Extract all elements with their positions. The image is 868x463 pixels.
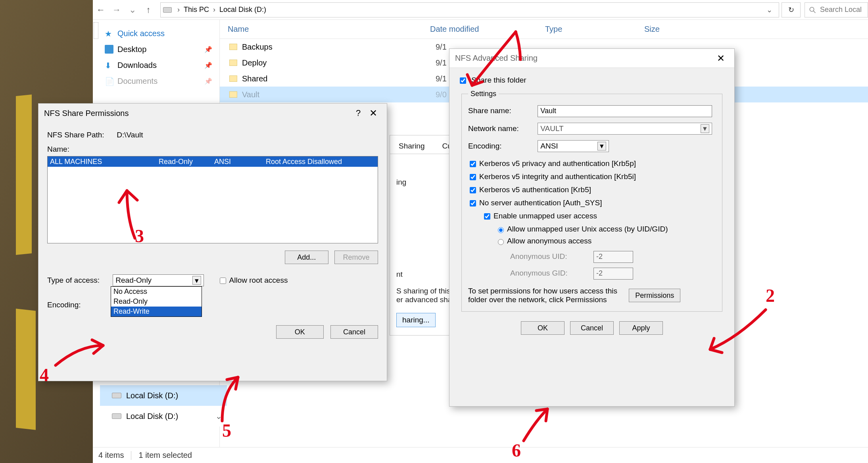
sidebar-item-label: Local Disk (D:) [126,391,178,400]
sidebar-drives: Local Disk (D:) Local Disk (D:) ⌄ [100,385,227,426]
cancel-button[interactable]: Cancel [570,321,614,335]
anon-gid-input [593,268,633,280]
network-name-select[interactable]: VAULT ▾ [538,123,712,135]
encoding-label: Encoding: [468,142,536,150]
sidebar-item-label: Desktop [117,45,146,54]
breadcrumb-segment[interactable]: Local Disk (D:) [218,6,268,14]
authsys-checkbox[interactable] [470,200,476,206]
svg-point-0 [810,7,814,12]
list-client-root: Root Access Disallowed [266,158,378,166]
unmapped-checkbox[interactable] [484,213,490,220]
sidebar-grip[interactable] [94,22,98,39]
authsys-label: No server authentication [Auth_SYS] [479,199,602,207]
krb5i-label: Kerberos v5 integrity and authentication… [479,172,636,181]
recent-locations-button[interactable]: ⌄ [125,5,140,15]
allow-root-checkbox[interactable] [220,278,226,284]
apply-button[interactable]: Apply [619,321,663,335]
search-icon [809,6,816,14]
cancel-button[interactable]: Cancel [330,325,378,339]
advanced-sharing-button[interactable]: haring... [396,313,436,327]
sidebar-item-drive[interactable]: Local Disk (D:) ⌄ [100,406,227,426]
share-name-input[interactable] [538,105,712,117]
encoding-value: ANSI [540,142,558,150]
up-button[interactable]: ↑ [140,5,156,15]
encoding-label: Encoding: [47,301,111,309]
share-path-value: D:\Vault [117,131,143,139]
anonymous-radio[interactable] [498,239,504,245]
add-button[interactable]: Add... [285,251,328,264]
nfs-advanced-sharing-dialog: NFS Advanced Sharing ✕ Share this folder… [449,48,735,407]
drive-icon [163,7,172,13]
sidebar-item-desktop[interactable]: Desktop 📌 [93,41,219,57]
close-icon[interactable]: ✕ [713,53,729,64]
pin-icon: 📌 [204,46,212,53]
file-name: Deploy [242,58,436,68]
column-header-date[interactable]: Date modified [430,25,545,34]
file-name: Backups [242,42,436,52]
address-bar[interactable]: › This PC › Local Disk (D:) ⌄ [160,2,779,17]
column-header-name[interactable]: Name [220,25,430,34]
dropdown-option[interactable]: Read-Write [111,307,202,316]
sidebar-item-quick-access[interactable]: ★ Quick access [93,25,219,41]
remove-button: Remove [334,251,378,264]
refresh-button[interactable]: ↻ [782,2,801,17]
back-button[interactable]: ← [93,5,109,15]
share-path-label: NFS Share Path: [47,131,115,139]
chevron-down-icon: ▾ [192,276,201,285]
anonymous-label: Allow anonymous access [507,237,591,245]
forward-button[interactable]: → [109,5,125,15]
drive-icon [112,393,121,398]
krb5i-checkbox[interactable] [470,174,476,180]
permissions-button[interactable]: Permissions [629,289,680,302]
type-of-access-dropdown[interactable]: No Access Read-Only Read-Write [111,286,202,317]
dialog-title: NFS Advanced Sharing [455,54,713,63]
dropdown-option[interactable]: No Access [111,287,202,297]
drive-icon [112,413,121,419]
pin-icon: 📌 [204,77,212,85]
unmapped-uid-label: Allow unmapped user Unix access (by UID/… [507,225,668,233]
share-this-folder-label: Share this folder [471,76,526,84]
ok-button[interactable]: OK [521,321,565,335]
list-row[interactable]: ALL MACHINES Read-Only ANSI Root Access … [48,156,378,167]
sidebar-item-documents[interactable]: 📄 Documents 📌 [93,73,219,89]
chevron-down-icon: ▾ [597,142,606,150]
chevron-down-icon[interactable]: ⌄ [215,411,222,421]
explorer-toolbar: ← → ⌄ ↑ › This PC › Local Disk (D:) ⌄ ↻ … [93,0,868,20]
tab-sharing[interactable]: Sharing [390,139,434,154]
file-name: Vault [242,90,436,99]
krb5-checkbox[interactable] [470,187,476,193]
folder-icon [229,75,237,82]
sidebar-item-label: Documents [117,77,157,86]
chevron-right-icon[interactable]: › [175,6,182,14]
close-icon[interactable]: ✕ [365,108,381,119]
column-header-type[interactable]: Type [545,25,644,34]
ok-button[interactable]: OK [276,325,324,339]
help-icon[interactable]: ? [351,108,365,118]
chevron-right-icon[interactable]: › [211,6,218,14]
sidebar-item-drive[interactable]: Local Disk (D:) [100,385,227,406]
encoding-select[interactable]: ANSI ▾ [538,140,609,152]
download-icon: ⬇ [105,61,113,69]
unmapped-label: Enable unmapped user access [494,212,597,220]
krb5p-checkbox[interactable] [470,161,476,167]
type-of-access-combo[interactable]: Read-Only ▾ [113,274,204,286]
krb5-label: Kerberos v5 authentication [Krb5] [479,185,591,194]
status-item-count: 4 items [98,451,124,460]
folder-icon [229,44,237,50]
svg-line-1 [813,11,815,13]
dropdown-option[interactable]: Read-Only [111,297,202,307]
sidebar-item-downloads[interactable]: ⬇ Downloads 📌 [93,57,219,73]
clients-list[interactable]: ALL MACHINES Read-Only ANSI Root Access … [47,156,378,243]
search-box[interactable]: Search Local [805,2,868,17]
breadcrumb-segment[interactable]: This PC [182,6,211,14]
dialog-title: NFS Share Permissions [44,109,351,118]
share-this-folder-checkbox[interactable] [460,77,466,84]
pin-icon: 📌 [204,62,212,69]
nfs-share-permissions-dialog: NFS Share Permissions ? ✕ NFS Share Path… [38,103,387,381]
list-client-encoding: ANSI [214,158,266,166]
unmapped-uid-radio[interactable] [498,227,504,233]
column-header-size[interactable]: Size [644,25,724,34]
address-dropdown-icon[interactable]: ⌄ [762,6,776,14]
type-of-access-value: Read-Only [115,276,152,285]
sidebar-item-label: Downloads [117,61,157,70]
